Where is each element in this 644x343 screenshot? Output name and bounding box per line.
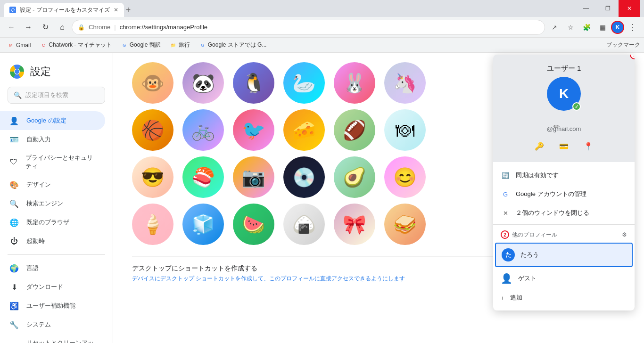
sidebar-label-autofill: 自動入力 (26, 135, 51, 144)
download-icon: ⬇ (9, 282, 19, 292)
avatar-food[interactable]: 🍽 (384, 109, 426, 151)
sidebar-item-reset[interactable]: 🔄 リセットとクリーンアップ (0, 334, 105, 343)
taro-avatar: た (502, 248, 515, 261)
annotation-2: 2 (501, 230, 509, 239)
dropdown-email: @gmail.com (547, 125, 581, 132)
title-bar: 設定 - プロフィールをカスタマイズ ✕ + — ❐ ✕ (0, 0, 644, 17)
manage-account-item[interactable]: G Google アカウントの管理 (493, 185, 635, 204)
avatar-icecream[interactable]: 🍦 (132, 204, 173, 245)
address-path: chrome://settings/manageProfile (120, 24, 207, 31)
home-button[interactable]: ⌂ (55, 20, 70, 35)
minimize-button[interactable]: — (575, 0, 597, 17)
avatar-avocado[interactable]: 🥑 (334, 156, 375, 198)
bookmarks-bar: M Gmail C Chatwork - マイチャット G Google 翻訳 … (0, 38, 644, 53)
settings-search-box[interactable]: 🔍 設定項目を検索 (8, 87, 105, 104)
sidebar-label-default-browser: 既定のブラウザ (26, 218, 69, 227)
tab-favicon (9, 7, 16, 13)
avatar-ribbon[interactable]: 🎀 (334, 204, 375, 245)
add-icon: + (501, 294, 504, 302)
sidebar-item-privacy[interactable]: 🛡 プライバシーとセキュリティ (0, 149, 105, 175)
sidebar-label-reset: リセットとクリーンアップ (26, 339, 96, 343)
avatar-unicorn[interactable]: 🦄 (384, 62, 426, 104)
avatar-camera[interactable]: 📷 (233, 156, 274, 198)
avatar-smiley[interactable]: 😊 (384, 156, 426, 198)
avatar-bird[interactable]: 🐦 (233, 109, 274, 151)
edit-profile-button[interactable]: ✏ (553, 122, 560, 131)
extensions-button[interactable]: 🧩 (579, 20, 594, 35)
avatar-penguin[interactable]: 🐧 (233, 62, 274, 104)
sidebar-item-search-engine[interactable]: 🔍 検索エンジン (0, 194, 105, 213)
tab-close-button[interactable]: ✕ (114, 7, 118, 13)
bookmark-gmail[interactable]: M Gmail (4, 40, 34, 50)
privacy-icon: 🛡 (9, 157, 18, 167)
avatar-sandwich[interactable]: 🥪 (384, 204, 426, 245)
avatar-cube[interactable]: 🧊 (182, 204, 224, 245)
bookmark-google-store[interactable]: G Google ストアでは G... (196, 39, 271, 51)
profile-item-guest[interactable]: 👤 ゲスト (493, 268, 635, 289)
share-button[interactable]: ↗ (547, 20, 562, 35)
avatar-football[interactable]: 🏈 (334, 109, 375, 151)
shortcut-title: デスクトップにショートカットを作成する (132, 264, 405, 273)
avatar-watermelon[interactable]: 🍉 (233, 204, 274, 245)
key-icon-button[interactable]: 🔑 (533, 140, 546, 153)
sidebar-button[interactable]: ▦ (595, 20, 610, 35)
avatar-rabbit[interactable]: 🐰 (334, 62, 375, 104)
sidebar-label-privacy: プライバシーとセキュリティ (25, 154, 96, 171)
search-engine-icon: 🔍 (9, 199, 19, 208)
sidebar-label-language: 言語 (26, 264, 39, 272)
avatar-sunglasses[interactable]: 😎 (132, 156, 173, 198)
manage-account-label: Google アカウントの管理 (516, 190, 586, 198)
close-windows-label: ２個のウィンドウを閉じる (516, 209, 589, 217)
avatar-bicycle[interactable]: 🚲 (182, 109, 224, 151)
settings-sidebar: 設定 🔍 設定項目を検索 👤 Google の設定 🪪 自動入力 🛡 プライバシ… (0, 53, 113, 343)
sidebar-item-design[interactable]: 🎨 デザイン (0, 175, 105, 194)
sidebar-item-language[interactable]: 🌍 言語 (0, 259, 105, 278)
bookmark-travel[interactable]: 📁 旅行 (166, 39, 194, 51)
sidebar-item-google-settings[interactable]: 👤 Google の設定 (0, 111, 105, 130)
add-profile-item[interactable]: → + 追加 (493, 289, 635, 307)
bookmark-translate[interactable]: G Google 翻訳 (117, 39, 165, 51)
tab-title: 設定 - プロフィールをカスタマイズ (20, 6, 110, 14)
avatar-vinyl[interactable]: 💿 (283, 156, 325, 198)
avatar-basketball[interactable]: 🏀 (132, 109, 173, 151)
chatwork-favicon: C (40, 42, 47, 49)
travel-favicon: 📁 (170, 42, 177, 49)
avatar-riceball[interactable]: 🍙 (283, 204, 325, 245)
profile-button[interactable]: K (611, 21, 624, 34)
avatar-monkey[interactable]: 🐵 (132, 62, 173, 104)
sidebar-item-accessibility[interactable]: ♿ ユーザー補助機能 (0, 296, 105, 315)
card-icon-button[interactable]: 💳 (557, 140, 570, 153)
sidebar-item-default-browser[interactable]: 🌐 既定のブラウザ (0, 213, 105, 232)
menu-button[interactable]: ⋮ (625, 20, 640, 35)
search-placeholder: 設定項目を検索 (25, 91, 68, 99)
dropdown-divider-1 (493, 224, 635, 225)
avatar-cheese[interactable]: 🧀 (283, 109, 325, 151)
sidebar-label-google-settings: Google の設定 (26, 116, 66, 125)
new-tab-button[interactable]: + (124, 3, 133, 17)
sidebar-item-system[interactable]: 🔧 システム (0, 315, 105, 334)
profile-item-taro[interactable]: た たろう (495, 243, 633, 267)
address-bar[interactable]: 🔒 Chrome | chrome://settings/manageProfi… (72, 20, 545, 35)
bookmark-chatwork[interactable]: C Chatwork - マイチャット (36, 39, 115, 51)
location-icon-button[interactable]: 📍 (582, 140, 595, 153)
autofill-icon: 🪪 (9, 135, 19, 144)
browser-tab[interactable]: 設定 - プロフィールをカスタマイズ ✕ (4, 3, 124, 17)
close-button[interactable]: ✕ (619, 0, 640, 17)
sync-status-item[interactable]: 🔄 同期は有効です (493, 166, 635, 185)
avatar-panda[interactable]: 🐼 (182, 62, 224, 104)
sidebar-item-download[interactable]: ⬇ ダウンロード (0, 278, 105, 296)
sidebar-item-autofill[interactable]: 🪪 自動入力 (0, 130, 105, 149)
dropdown-username: ユーザー 1 (547, 64, 581, 73)
forward-button[interactable]: → (21, 20, 36, 35)
back-button[interactable]: ← (4, 20, 19, 35)
profiles-gear-icon[interactable]: ⚙ (622, 231, 627, 238)
avatar-sushi[interactable]: 🍣 (182, 156, 224, 198)
toolbar-actions: ↗ ☆ 🧩 ▦ K ⋮ (547, 20, 640, 35)
bookmark-star-button[interactable]: ☆ (563, 20, 578, 35)
reload-button[interactable]: ↻ (38, 20, 53, 35)
settings-title: 設定 (30, 65, 51, 79)
restore-button[interactable]: ❐ (597, 0, 619, 17)
avatar-origami[interactable]: 🦢 (283, 62, 325, 104)
sidebar-item-startup[interactable]: ⏻ 起動時 (0, 232, 105, 251)
close-windows-item[interactable]: ✕ ２個のウィンドウを閉じる (493, 204, 635, 222)
